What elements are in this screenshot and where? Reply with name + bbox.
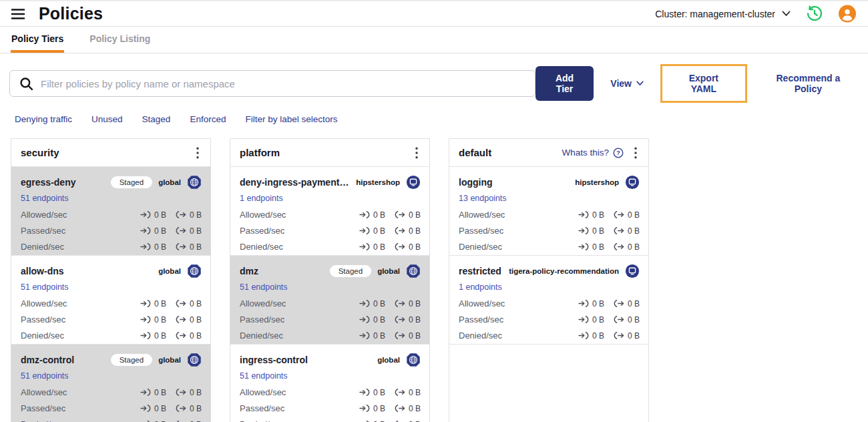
metric-ingress-value: 0 B xyxy=(140,331,166,341)
export-yaml-highlight-box: Export YAML xyxy=(660,64,747,103)
policy-name: logging xyxy=(459,177,569,188)
quick-filter-enforced[interactable]: Enforced xyxy=(190,114,226,124)
metric-value: 0 B xyxy=(373,226,385,236)
metric-ingress-value: 0 B xyxy=(578,210,604,220)
metric-value: 0 B xyxy=(154,210,166,220)
metric-value: 0 B xyxy=(592,299,604,308)
metric-egress-value: 0 B xyxy=(176,299,202,308)
metric-values: 0 B0 B xyxy=(359,331,421,341)
metric-values: 0 B0 B xyxy=(140,331,202,341)
ingress-icon xyxy=(359,315,370,324)
tab-policy-listing[interactable]: Policy Listing xyxy=(89,27,151,53)
policy-card-deny-ingress-paymentservi[interactable]: deny-ingress-paymentservi...hipstershop1… xyxy=(230,167,429,256)
metric-value: 0 B xyxy=(154,315,166,325)
endpoints-link[interactable]: 51 endpoints xyxy=(21,194,69,203)
metric-values: 0 B0 B xyxy=(578,315,640,325)
metric-value: 0 B xyxy=(190,210,202,220)
metric-row: Denied/sec0 B0 B xyxy=(240,419,421,422)
tier-name: default xyxy=(459,147,491,158)
metric-ingress-value: 0 B xyxy=(578,299,604,308)
tier-name: platform xyxy=(240,147,280,158)
policy-card-header: dmzStagedglobal xyxy=(240,264,421,278)
recommend-policy-button[interactable]: Recommend a Policy xyxy=(764,73,853,94)
metric-label: Denied/sec xyxy=(459,242,502,252)
quick-filter-denying-traffic[interactable]: Denying traffic xyxy=(15,114,72,124)
export-yaml-button[interactable]: Export YAML xyxy=(676,73,731,94)
ingress-icon xyxy=(578,299,589,308)
tier-menu-button[interactable] xyxy=(194,146,202,160)
policy-filter-input[interactable] xyxy=(9,70,535,97)
metric-label: Allowed/sec xyxy=(240,210,286,220)
policy-card-allow-dns[interactable]: allow-dnsglobal51 endpointsAllowed/sec0 … xyxy=(11,256,210,345)
policy-card-dmz[interactable]: dmzStagedglobal51 endpointsAllowed/sec0 … xyxy=(230,256,429,345)
policy-card-header: dmz-controlStagedglobal xyxy=(21,353,202,367)
whats-this-label: Whats this? xyxy=(562,148,609,158)
metric-ingress-value: 0 B xyxy=(359,420,385,422)
ingress-icon xyxy=(140,226,151,235)
endpoints-link[interactable]: 1 endpoints xyxy=(240,194,283,203)
history-icon[interactable] xyxy=(806,5,823,23)
endpoints-link[interactable]: 1 endpoints xyxy=(459,282,502,292)
namespace-policy-icon xyxy=(406,175,421,190)
metric-value: 0 B xyxy=(628,299,640,308)
metric-egress-value: 0 B xyxy=(176,210,202,220)
policy-card-logging[interactable]: logginghipstershop13 endpointsAllowed/se… xyxy=(449,167,648,256)
endpoints-link[interactable]: 51 endpoints xyxy=(240,371,288,381)
tier-column-platform: platformdeny-ingress-paymentservi...hips… xyxy=(230,138,430,422)
metric-value: 0 B xyxy=(592,210,604,220)
metric-values: 0 B0 B xyxy=(359,242,421,252)
quick-filter-unused[interactable]: Unused xyxy=(91,114,123,124)
policy-card-restricted[interactable]: restrictedtigera-policy-recommendation1 … xyxy=(449,256,648,345)
egress-icon xyxy=(395,210,405,219)
tab-policy-tiers[interactable]: Policy Tiers xyxy=(11,27,64,53)
tier-menu-button[interactable] xyxy=(632,146,640,160)
policy-card-dmz-control[interactable]: dmz-controlStagedglobal51 endpointsAllow… xyxy=(11,345,210,422)
metric-label: Allowed/sec xyxy=(21,387,67,397)
policy-name: dmz xyxy=(240,266,324,276)
metric-value: 0 B xyxy=(373,242,385,252)
metric-egress-value: 0 B xyxy=(395,331,421,341)
metric-values: 0 B0 B xyxy=(140,299,202,308)
cluster-selector[interactable]: Cluster: management-cluster xyxy=(655,9,791,19)
metric-ingress-value: 0 B xyxy=(578,315,604,325)
add-tier-button[interactable]: Add Tier xyxy=(535,66,594,101)
endpoints-link[interactable]: 51 endpoints xyxy=(240,282,288,292)
view-dropdown-button[interactable]: View xyxy=(610,78,644,89)
metric-values: 0 B0 B xyxy=(359,299,421,308)
metric-ingress-value: 0 B xyxy=(140,420,166,422)
endpoints-link[interactable]: 13 endpoints xyxy=(459,194,507,203)
endpoints-link[interactable]: 51 endpoints xyxy=(21,371,69,381)
metric-egress-value: 0 B xyxy=(176,388,202,397)
metric-row: Passed/sec0 B0 B xyxy=(240,226,421,236)
endpoints-link[interactable]: 51 endpoints xyxy=(21,282,69,292)
metric-value: 0 B xyxy=(628,242,640,252)
egress-icon xyxy=(395,299,405,308)
metric-egress-value: 0 B xyxy=(395,299,421,308)
tier-menu-button[interactable] xyxy=(413,146,421,160)
ingress-icon xyxy=(140,404,151,413)
hamburger-menu-icon[interactable] xyxy=(10,5,27,23)
quick-filter-staged[interactable]: Staged xyxy=(142,114,171,124)
metric-value: 0 B xyxy=(373,331,385,341)
metric-values: 0 B0 B xyxy=(140,210,202,220)
policy-card-egress-deny[interactable]: egress-denyStagedglobal51 endpointsAllow… xyxy=(11,167,210,256)
metric-value: 0 B xyxy=(409,226,421,236)
egress-icon xyxy=(614,210,624,219)
metric-ingress-value: 0 B xyxy=(359,315,385,325)
quick-filter-filter-by-label-selectors[interactable]: Filter by label selectors xyxy=(245,114,337,124)
namespace-policy-icon xyxy=(625,264,640,278)
metric-row: Allowed/sec0 B0 B xyxy=(459,298,640,308)
tier-header-actions: Whats this?? xyxy=(562,146,640,160)
metric-egress-value: 0 B xyxy=(395,388,421,397)
user-avatar[interactable] xyxy=(839,5,856,23)
metric-values: 0 B0 B xyxy=(359,210,421,220)
egress-icon xyxy=(176,299,186,308)
tier-header: security xyxy=(11,139,210,167)
namespace-policy-icon xyxy=(625,264,640,278)
whats-this-link[interactable]: Whats this?? xyxy=(562,148,624,158)
policy-card-ingress-control[interactable]: ingress-controlglobal51 endpointsAllowed… xyxy=(230,345,429,422)
chevron-down-icon xyxy=(782,11,791,17)
metric-value: 0 B xyxy=(154,404,166,413)
metric-label: Denied/sec xyxy=(21,331,64,341)
global-policy-icon xyxy=(187,175,202,190)
